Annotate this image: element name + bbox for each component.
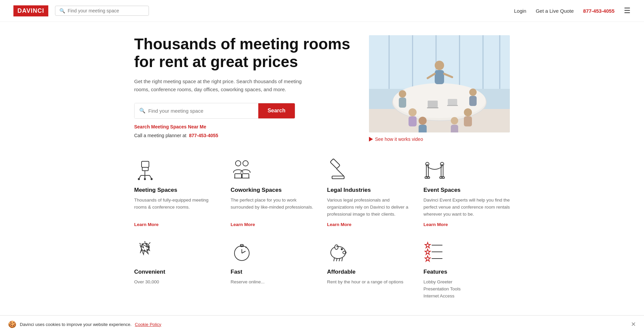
svg-point-72 — [335, 245, 337, 249]
svg-point-38 — [138, 178, 140, 180]
svg-point-21 — [464, 108, 472, 116]
play-icon — [369, 137, 373, 142]
feature-title-features: Features — [424, 269, 510, 275]
svg-rect-45 — [242, 174, 249, 178]
svg-rect-29 — [448, 99, 457, 105]
site-header: DAVINCI 🔍 Login Get a Live Quote 877-453… — [0, 0, 644, 22]
call-planner-text: Call a meeting planner at 877-453-4055 — [134, 133, 356, 138]
piggy-bank-icon — [327, 240, 351, 264]
hero-description: Get the right meeting space at the right… — [134, 77, 302, 94]
svg-point-42 — [243, 161, 248, 166]
svg-rect-43 — [235, 174, 241, 178]
feature-title-affordable: Affordable — [327, 269, 414, 275]
near-me-link[interactable]: Search Meeting Spaces Near Me — [134, 124, 356, 129]
svg-point-15 — [399, 90, 406, 98]
svg-point-11 — [435, 61, 444, 70]
hamburger-menu-icon[interactable]: ☰ — [624, 6, 631, 15]
svg-line-77 — [342, 258, 342, 261]
video-link[interactable]: See how it works video — [369, 136, 510, 142]
chair-icon — [134, 159, 158, 182]
hero-image — [369, 35, 510, 132]
feature-desc-coworking: The perfect place for you to work surrou… — [231, 197, 317, 218]
hero-search-input-wrap: 🔍 — [135, 103, 258, 118]
svg-point-25 — [451, 117, 458, 124]
features-section: Meeting Spaces Thousands of fully-equipp… — [121, 159, 523, 317]
svg-rect-28 — [427, 107, 438, 108]
svg-line-59 — [149, 242, 150, 244]
hero-search-button[interactable]: Search — [258, 103, 295, 118]
svg-rect-47 — [330, 159, 340, 169]
feature-title-fast: Fast — [231, 269, 317, 275]
svg-rect-30 — [447, 105, 458, 106]
feature-card-convenient: Convenient Over 30,000 — [134, 240, 221, 304]
feature-desc-meeting: Thousands of fully-equipped meeting room… — [134, 197, 221, 218]
svg-point-41 — [235, 161, 241, 166]
feature-card-fast: Fast Reserve online... — [231, 240, 317, 304]
header-search-icon: 🔍 — [59, 8, 65, 13]
svg-point-17 — [409, 108, 417, 116]
svg-point-23 — [419, 117, 427, 125]
svg-rect-49 — [332, 176, 344, 179]
call-planner-phone-link[interactable]: 877-453-4055 — [189, 133, 218, 138]
svg-rect-18 — [409, 116, 417, 126]
video-link-text: See how it works video — [375, 136, 423, 142]
meeting-scene — [369, 35, 510, 132]
feature-card-affordable: Affordable Rent by the hour or a range o… — [327, 240, 414, 304]
svg-point-39 — [151, 178, 152, 180]
hero-search-input[interactable] — [148, 103, 254, 118]
main-content: Thousands of meeting rooms for rent at g… — [121, 22, 523, 142]
svg-rect-52 — [441, 165, 443, 177]
svg-line-74 — [334, 258, 334, 261]
svg-line-66 — [242, 251, 246, 253]
svg-marker-78 — [425, 242, 430, 248]
svg-line-57 — [140, 243, 141, 244]
feature-desc-convenient: Over 30,000 — [134, 279, 221, 300]
header-phone-link[interactable]: 877-453-4055 — [583, 8, 614, 14]
feature-card-features: Features Lobby Greeter Presentation Tool… — [424, 240, 510, 304]
svg-rect-12 — [435, 70, 444, 84]
header-search-box[interactable]: 🔍 — [55, 6, 149, 16]
coworking-icon — [231, 159, 254, 182]
feature-desc-event: Davinci Event Experts will help you find… — [424, 197, 510, 218]
feature-card-legal: Legal Industries Various legal professio… — [327, 159, 414, 227]
feature-title-meeting: Meeting Spaces — [134, 187, 221, 193]
svg-marker-82 — [425, 256, 430, 261]
hero-left-col: Thousands of meeting rooms for rent at g… — [134, 35, 356, 142]
cookie-banner: 🍪 Davinci uses cookies to improve your w… — [0, 315, 644, 317]
feature-title-event: Event Spaces — [424, 187, 510, 193]
logo[interactable]: DAVINCI — [13, 5, 48, 16]
stopwatch-icon — [231, 240, 254, 264]
svg-point-40 — [144, 178, 146, 180]
feature-desc-fast: Reserve online... — [231, 279, 317, 300]
stars-list-icon — [424, 240, 447, 264]
svg-rect-32 — [142, 167, 148, 171]
svg-rect-31 — [142, 161, 149, 167]
svg-rect-22 — [464, 116, 472, 126]
hero-right-col: See how it works video — [369, 35, 510, 142]
svg-rect-20 — [469, 96, 477, 106]
svg-rect-24 — [419, 125, 427, 132]
svg-line-48 — [336, 169, 344, 176]
feature-link-legal[interactable]: Learn More — [327, 222, 414, 227]
feature-desc-features: Lobby Greeter Presentation Tools Interne… — [424, 279, 510, 300]
feature-card-event: Event Spaces Davinci Event Experts will … — [424, 159, 510, 227]
feature-link-coworking[interactable]: Learn More — [231, 222, 317, 227]
header-search-input[interactable] — [68, 8, 145, 13]
feature-title-legal: Legal Industries — [327, 187, 414, 193]
feature-title-coworking: Coworking Spaces — [231, 187, 317, 193]
hero-search-icon: 🔍 — [139, 108, 146, 114]
login-link[interactable]: Login — [514, 8, 526, 14]
event-icon — [424, 159, 447, 182]
hero-title: Thousands of meeting rooms for rent at g… — [134, 35, 356, 71]
feature-desc-legal: Various legal professionals and organiza… — [327, 197, 414, 218]
feature-link-meeting[interactable]: Learn More — [134, 222, 221, 227]
svg-rect-26 — [451, 125, 458, 132]
hero-search-box: 🔍 Search — [134, 103, 295, 119]
feature-title-convenient: Convenient — [134, 269, 221, 275]
feature-card-meeting-spaces: Meeting Spaces Thousands of fully-equipp… — [134, 159, 221, 227]
svg-marker-80 — [425, 249, 430, 255]
feature-link-event[interactable]: Learn More — [424, 222, 510, 227]
svg-point-70 — [341, 248, 342, 250]
handshake-icon — [134, 240, 158, 264]
live-quote-link[interactable]: Get a Live Quote — [536, 8, 574, 14]
